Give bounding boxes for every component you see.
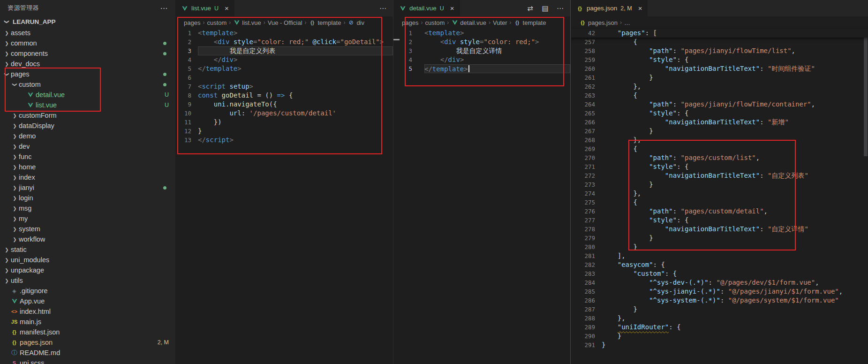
code-line[interactable]: 278 "navigationBarTitleText": "自定义详情": [571, 225, 868, 234]
code-line[interactable]: 289 "uniIdRouter": {: [571, 323, 868, 332]
tree-item-dataDisplay[interactable]: ❯dataDisplay: [0, 121, 175, 131]
tree-item-README.md[interactable]: ❯ⓘREADME.md: [0, 348, 175, 358]
tree-item-manifest.json[interactable]: ❯{}manifest.json: [0, 327, 175, 337]
code-line[interactable]: 3 我是自定义详情: [393, 46, 570, 55]
code-line[interactable]: 287 }: [571, 305, 868, 314]
tree-item-components[interactable]: ❯components: [0, 48, 175, 59]
editor-pages-json[interactable]: 42 "pages": [257 {258 "path": "pages/jia…: [571, 29, 868, 349]
code-line[interactable]: 267 }: [571, 127, 868, 136]
code-line[interactable]: 2 <div style="color: red;">: [393, 38, 570, 46]
tree-item-detail.vue[interactable]: ❯detail.vueU: [0, 90, 175, 100]
code-line[interactable]: 272 "navigationBarTitleText": "自定义列表": [571, 171, 868, 180]
breadcrumb-item-pages[interactable]: pages: [184, 19, 200, 26]
editor-detail-vue[interactable]: 1<template>2 <div style="color: red;">3 …: [393, 29, 570, 73]
tree-item-func[interactable]: ❯func: [0, 152, 175, 162]
tree-item-jianyi[interactable]: ❯jianyi: [0, 182, 175, 193]
code-line[interactable]: 259 "style": {: [571, 55, 868, 64]
code-line[interactable]: 263 {: [571, 91, 868, 100]
layout-icon[interactable]: ▤: [542, 4, 549, 13]
tab-pages.json[interactable]: {}pages.json2, M×: [571, 0, 648, 16]
code-line[interactable]: 8const goDetail = () => {: [175, 91, 393, 100]
breadcrumb-item-detail.vue[interactable]: detail.vue: [451, 19, 486, 26]
tree-item-customForm[interactable]: ❯customForm: [0, 110, 175, 121]
tree-item-system[interactable]: ❯system: [0, 224, 175, 234]
close-icon[interactable]: ×: [450, 5, 454, 12]
tree-item-uni_modules[interactable]: ❯uni_modules: [0, 255, 175, 265]
code-line[interactable]: 1<template>: [175, 29, 393, 38]
code-line[interactable]: 10 url: '/pages/custom/detail': [175, 109, 393, 118]
tree-item-list.vue[interactable]: ❯list.vueU: [0, 100, 175, 110]
code-line[interactable]: 276 "path": "pages/custom/detail",: [571, 207, 868, 216]
breadcrumb-item--[interactable]: …: [624, 19, 630, 26]
code-line[interactable]: 275 {: [571, 198, 868, 207]
breadcrumb-item-Vuter[interactable]: Vuter: [493, 19, 507, 26]
code-line[interactable]: 281 ],: [571, 251, 868, 260]
breadcrumb-item-template[interactable]: {}template: [514, 19, 546, 26]
code-line[interactable]: 266 "navigationBarTitleText": "新增": [571, 118, 868, 127]
code-line[interactable]: 13</script>: [175, 136, 393, 144]
breadcrumb-item-Vue---Official[interactable]: Vue - Official: [268, 19, 302, 26]
tree-item-static[interactable]: ❯static: [0, 244, 175, 255]
breadcrumb-item-pages.json[interactable]: {}pages.json: [579, 19, 618, 26]
tree-item-pages.json[interactable]: ❯{}pages.json2, M: [0, 337, 175, 348]
code-line[interactable]: 5</template>: [393, 64, 570, 73]
tree-item-demo[interactable]: ❯demo: [0, 131, 175, 141]
breadcrumb-item-custom[interactable]: custom: [207, 19, 226, 26]
tree-item-msg[interactable]: ❯msg: [0, 203, 175, 213]
tab-detail.vue[interactable]: detail.vueU×: [393, 0, 460, 16]
close-icon[interactable]: ×: [225, 5, 229, 12]
breadcrumb-item-pages[interactable]: pages: [402, 19, 418, 26]
code-line[interactable]: 257 {: [571, 38, 868, 46]
code-line[interactable]: 261 }: [571, 73, 868, 82]
tree-root[interactable]: ❯ LEARUN_APP: [0, 16, 175, 28]
code-line[interactable]: 4 </div>: [175, 55, 393, 64]
tree-item-custom[interactable]: ❯custom: [0, 79, 175, 90]
code-line[interactable]: 282 "easycom": {: [571, 260, 868, 269]
tree-item-common[interactable]: ❯common: [0, 38, 175, 48]
more-actions-icon[interactable]: ⋯: [160, 4, 168, 13]
sticky-scroll-line[interactable]: 42 "pages": [: [571, 29, 868, 38]
tree-item-main.js[interactable]: ❯JSmain.js: [0, 317, 175, 327]
tree-item-index[interactable]: ❯index: [0, 172, 175, 182]
code-line[interactable]: 2 <div style="color: red;" @click="goDet…: [175, 38, 393, 46]
more-icon[interactable]: ⋯: [379, 4, 386, 13]
code-line[interactable]: 11 }): [175, 118, 393, 127]
code-line[interactable]: 284 "^sys-dev-(.*)": "@/pages/dev/$1/for…: [571, 278, 868, 287]
breadcrumb-item-template[interactable]: {}template: [309, 19, 341, 26]
tree-item-unpackage[interactable]: ❯unpackage: [0, 265, 175, 275]
tree-item-dev[interactable]: ❯dev: [0, 141, 175, 152]
code-line[interactable]: 3 我是自定义列表: [175, 46, 393, 55]
tree-item-uni.scss[interactable]: ❯Suni.scss: [0, 358, 175, 364]
close-icon[interactable]: ×: [638, 5, 642, 12]
breadcrumb-item-div[interactable]: ⊘div: [347, 19, 364, 26]
code-line[interactable]: 286 "^sys-system-(.*)": "@/pages/system/…: [571, 296, 868, 305]
code-line[interactable]: 268 },: [571, 136, 868, 144]
code-line[interactable]: 291}: [571, 341, 868, 349]
code-line[interactable]: 7<script setup>: [175, 82, 393, 91]
tree-item-index.html[interactable]: ❯<>index.html: [0, 306, 175, 317]
tree-item-pages[interactable]: ❯pages: [0, 69, 175, 79]
code-line[interactable]: 42 "pages": [: [571, 29, 868, 38]
code-line[interactable]: 277 "style": {: [571, 216, 868, 225]
tree-item-my[interactable]: ❯my: [0, 213, 175, 224]
code-line[interactable]: 271 "style": {: [571, 162, 868, 171]
tree-item-dev_docs[interactable]: ❯dev_docs: [0, 59, 175, 69]
code-line[interactable]: 1<template>: [393, 29, 570, 38]
code-line[interactable]: 6: [175, 73, 393, 82]
code-line[interactable]: 285 "^sys-jianyi-(.*)": "@/pages/jianyi/…: [571, 287, 868, 296]
code-line[interactable]: 265 "style": {: [571, 109, 868, 118]
tab-list.vue[interactable]: list.vueU×: [175, 0, 235, 16]
diff-icon[interactable]: ⇄: [527, 4, 534, 13]
code-line[interactable]: 4 </div>: [393, 55, 570, 64]
more-icon[interactable]: ⋯: [557, 4, 564, 13]
tree-item-home[interactable]: ❯home: [0, 162, 175, 172]
code-line[interactable]: 260 "navigationBarTitleText": "时间组件验证": [571, 64, 868, 73]
code-line[interactable]: 9 uni.navigateTo({: [175, 100, 393, 109]
tree-item-workflow[interactable]: ❯workflow: [0, 234, 175, 244]
code-line[interactable]: 273 }: [571, 180, 868, 189]
tree-item-.gitignore[interactable]: ❯◈.gitignore: [0, 286, 175, 296]
tree-item-login[interactable]: ❯login: [0, 193, 175, 203]
code-line[interactable]: 270 "path": "pages/custom/list",: [571, 153, 868, 162]
code-line[interactable]: 290 }: [571, 332, 868, 341]
scrollbar-thumb[interactable]: [864, 30, 868, 156]
